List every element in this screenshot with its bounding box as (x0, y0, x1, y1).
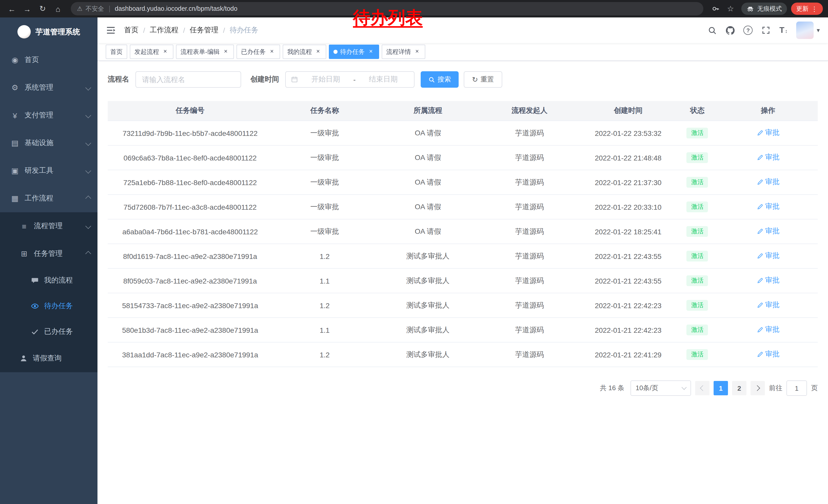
breadcrumb-item-workflow[interactable]: 工作流程 (150, 26, 178, 35)
goto-page-input[interactable] (786, 380, 807, 396)
approve-link[interactable]: 审批 (756, 350, 780, 359)
sidebar-item-done-tasks[interactable]: 已办任务 (0, 319, 97, 345)
cell-task-name: 一级审批 (273, 219, 377, 244)
approve-link[interactable]: 审批 (756, 202, 780, 212)
sidebar-item-infrastructure[interactable]: ▤ 基础设施 (0, 129, 97, 157)
cell-actions: 审批 (718, 293, 818, 318)
browser-home-icon[interactable]: ⌂ (51, 2, 65, 15)
cell-task-id: 75d72608-7b7f-11ec-a3c8-acde48001122 (108, 194, 273, 219)
app-logo[interactable]: 芋道管理系统 (0, 17, 97, 46)
cell-process: 测试多审批人 (377, 318, 479, 342)
tab[interactable]: 流程表单-编辑 × (176, 45, 234, 59)
breadcrumb-item-home[interactable]: 首页 (124, 26, 138, 35)
cell-status: 激活 (676, 121, 718, 145)
sidebar-item-todo-tasks[interactable]: 待办任务 (0, 293, 97, 319)
approve-link[interactable]: 审批 (756, 227, 780, 236)
fullscreen-icon[interactable] (761, 26, 771, 35)
table-row: 8f0d1619-7ac8-11ec-a9e2-a2380e71991a 1.2… (108, 244, 818, 268)
close-icon[interactable]: × (315, 48, 322, 55)
boxes-icon: ⊞ (19, 249, 29, 259)
sidebar-item-my-process[interactable]: 我的流程 (0, 268, 97, 293)
key-icon[interactable] (709, 3, 722, 15)
star-icon[interactable]: ☆ (724, 2, 737, 15)
chevron-up-icon (86, 196, 90, 200)
logo-image (17, 25, 31, 39)
cell-initiator: 芋道源码 (479, 268, 580, 293)
table-row: 75d72608-7b7f-11ec-a3c8-acde48001122 一级审… (108, 194, 818, 219)
cell-create-time: 2022-01-22 18:25:41 (580, 219, 676, 244)
close-icon[interactable]: × (162, 48, 169, 55)
search-button[interactable]: 搜索 (421, 71, 459, 88)
github-icon[interactable] (726, 26, 735, 35)
breadcrumb-item-task-management[interactable]: 任务管理 (190, 26, 218, 35)
sidebar-item-task-management[interactable]: ⊞ 任务管理 (0, 240, 97, 268)
cell-initiator: 芋道源码 (479, 318, 580, 342)
pen-icon (756, 302, 763, 309)
approve-link[interactable]: 审批 (756, 251, 780, 261)
search-icon[interactable] (707, 26, 717, 35)
process-name-input[interactable] (135, 71, 241, 88)
browser-reload-icon[interactable]: ↻ (36, 2, 49, 15)
cell-task-id: 381aa1dd-7ac8-11ec-a9e2-a2380e71991a (108, 342, 273, 367)
cell-status: 激活 (676, 145, 718, 170)
approve-link[interactable]: 审批 (756, 129, 780, 138)
menu-dots-icon[interactable]: ⋮ (811, 5, 818, 12)
approve-link[interactable]: 审批 (756, 153, 780, 162)
tab[interactable]: 我的流程 × (283, 45, 326, 59)
page-button-1[interactable]: 1 (714, 381, 728, 395)
dashboard-icon: ◉ (10, 55, 19, 64)
sidebar-item-system[interactable]: ⚙ 系统管理 (0, 74, 97, 101)
pen-icon (756, 179, 763, 186)
task-table: 任务编号任务名称所属流程流程发起人创建时间状态操作 73211d9d-7b9b-… (108, 101, 818, 367)
avatar (796, 21, 814, 39)
page-size-select[interactable]: 10条/页 (630, 380, 691, 396)
approve-link[interactable]: 审批 (756, 276, 780, 285)
reset-button[interactable]: ↻ 重置 (464, 71, 502, 88)
cell-status: 激活 (676, 293, 718, 318)
approve-link[interactable]: 审批 (756, 301, 780, 310)
prev-page-button[interactable] (695, 381, 709, 395)
date-range-picker[interactable]: 开始日期 - 结束日期 (285, 71, 415, 88)
sidebar-item-leave-query[interactable]: 请假查询 (0, 345, 97, 372)
tab[interactable]: 首页 (106, 45, 127, 59)
page-button-2[interactable]: 2 (732, 381, 746, 395)
cell-create-time: 2022-01-22 23:53:32 (580, 121, 676, 145)
sidebar-item-workflow[interactable]: ▦ 工作流程 (0, 185, 97, 212)
top-navbar: 首页 / 工作流程 / 任务管理 / 待办任务 ? (97, 17, 828, 43)
chevron-down-icon (86, 141, 90, 145)
tab[interactable]: 流程详情 × (382, 45, 425, 59)
sidebar: 芋道管理系统 ◉ 首页 ⚙ 系统管理 ¥ 支付管理 ▤ (0, 17, 97, 504)
tab[interactable]: 待办任务 × (329, 45, 379, 59)
help-icon[interactable]: ? (743, 26, 753, 35)
approve-link[interactable]: 审批 (756, 178, 780, 187)
close-icon[interactable]: × (222, 48, 229, 55)
browser-back-icon[interactable]: ← (5, 2, 18, 15)
close-icon[interactable]: × (367, 48, 374, 55)
text-size-icon[interactable]: T ↕ (779, 26, 787, 35)
sidebar-item-process-management[interactable]: ≡ 流程管理 (0, 212, 97, 240)
tab[interactable]: 发起流程 × (130, 45, 173, 59)
sidebar-item-devtools[interactable]: ▣ 研发工具 (0, 157, 97, 185)
user-avatar[interactable]: ▾ (796, 21, 820, 39)
cell-status: 激活 (676, 194, 718, 219)
tab[interactable]: 已办任务 × (237, 45, 280, 59)
cell-create-time: 2022-01-21 22:41:29 (580, 342, 676, 367)
cell-initiator: 芋道源码 (479, 194, 580, 219)
close-icon[interactable]: × (268, 48, 276, 55)
close-icon[interactable]: × (413, 48, 421, 55)
browser-forward-icon[interactable]: → (20, 2, 34, 15)
table-row: 73211d9d-7b9b-11ec-b5b7-acde48001122 一级审… (108, 121, 818, 145)
hamburger-icon[interactable] (106, 25, 116, 35)
cell-task-name: 一级审批 (273, 170, 377, 194)
cell-process: OA 请假 (377, 145, 479, 170)
sidebar-item-home[interactable]: ◉ 首页 (0, 46, 97, 74)
sidebar-item-payment[interactable]: ¥ 支付管理 (0, 101, 97, 129)
cell-actions: 审批 (718, 268, 818, 293)
approve-link[interactable]: 审批 (756, 325, 780, 334)
next-page-button[interactable] (750, 381, 765, 395)
cell-task-id: 8f059c03-7ac8-11ec-a9e2-a2380e71991a (108, 268, 273, 293)
status-badge: 激活 (687, 127, 708, 138)
update-button[interactable]: 更新 ⋮ (791, 3, 823, 15)
chevron-down-icon (86, 224, 90, 228)
app-title: 芋道管理系统 (35, 27, 80, 37)
